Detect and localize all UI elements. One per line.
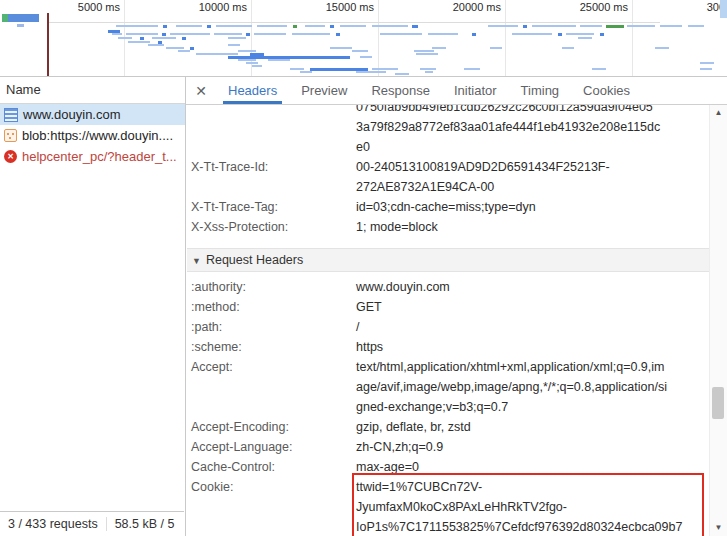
waterfall-bar <box>214 33 242 35</box>
request-row-helpcenter[interactable]: ✕ helpcenter_pc/?header_t... <box>0 146 185 167</box>
header-name: Accept-Encoding: <box>191 420 289 434</box>
waterfall-bar <box>336 33 340 36</box>
waterfall-bar <box>580 25 602 27</box>
waterfall-bar <box>118 37 132 39</box>
waterfall-bar <box>166 47 184 49</box>
request-row-blob[interactable]: blob:https://www.douyin.... <box>0 125 185 146</box>
header-value-line: IoP1s%7C1711553825%7Cefdcf976392d80324ec… <box>356 520 682 534</box>
waterfall-bar <box>432 47 446 49</box>
scroll-up-arrow-icon[interactable]: ▲ <box>710 106 727 120</box>
headers-content: 0750fab9bb49feb1cdb26292c26c0bf12a59da9f… <box>187 105 710 536</box>
header-value-line: 00-240513100819AD9D2D6591434F25213F- <box>356 160 610 174</box>
header-value-line: / <box>356 320 359 334</box>
waterfall-bar <box>416 53 438 55</box>
ruler-gridline <box>378 0 379 76</box>
waterfall-bar <box>688 25 704 27</box>
waterfall-bar <box>372 25 408 27</box>
header-value-line: gzip, deflate, br, zstd <box>356 420 471 434</box>
header-name: X-Tt-Trace-Id: <box>191 160 268 174</box>
devtools-network-panel: 5000 ms10000 ms15000 ms20000 ms25000 ms3… <box>0 0 727 536</box>
waterfall-bar <box>116 25 158 27</box>
waterfall-bar <box>268 59 290 61</box>
section-title: Request Headers <box>206 253 303 267</box>
error-icon: ✕ <box>4 150 17 163</box>
waterfall-bar <box>292 33 330 35</box>
ruler-tick-label: 5000 ms <box>30 1 120 13</box>
waterfall-bar <box>606 25 624 28</box>
scrollbar-thumb[interactable] <box>712 387 724 419</box>
waterfall-bar <box>464 68 480 70</box>
waterfall-bar <box>330 25 334 28</box>
waterfall-bar <box>523 25 527 28</box>
request-row-label: www.douyin.com <box>23 107 121 122</box>
request-details-pane: ✕ Headers Preview Response Initiator Tim… <box>186 77 727 536</box>
waterfall-bar <box>578 37 592 39</box>
document-icon <box>4 108 18 122</box>
scroll-down-arrow-icon[interactable]: ▼ <box>710 521 727 535</box>
request-headers-section-toggle[interactable]: ▼Request Headers <box>187 248 710 272</box>
tab-timing[interactable]: Timing <box>509 77 572 104</box>
header-value-line: text/html,application/xhtml+xml,applicat… <box>356 360 664 374</box>
vertical-scrollbar[interactable]: ▲ ▼ <box>709 105 727 536</box>
ruler-gridline <box>505 0 506 76</box>
tab-initiator[interactable]: Initiator <box>442 77 509 104</box>
waterfall-bar <box>655 47 669 49</box>
waterfall-bar <box>140 37 144 40</box>
tab-cookies[interactable]: Cookies <box>571 77 642 104</box>
waterfall-bar <box>257 25 287 27</box>
waterfall-bar <box>414 50 434 52</box>
tab-response[interactable]: Response <box>359 77 442 104</box>
waterfall-bar <box>162 33 166 36</box>
waterfall-bar <box>112 33 122 35</box>
detail-tabbar: ✕ Headers Preview Response Initiator Tim… <box>186 77 727 105</box>
waterfall-bar <box>152 37 176 39</box>
network-main-area: Name www.douyin.com blob:https://www.dou… <box>0 77 727 536</box>
name-column-header[interactable]: Name <box>0 77 185 104</box>
network-overview-strip[interactable]: 5000 ms10000 ms15000 ms20000 ms25000 ms3… <box>0 0 727 77</box>
waterfall-bar <box>128 41 150 43</box>
chevron-down-icon: ▼ <box>192 256 201 266</box>
header-name: :authority: <box>191 280 246 294</box>
close-icon[interactable]: ✕ <box>186 83 216 99</box>
waterfall-bar <box>395 73 409 75</box>
ruler-tick-label: 20000 ms <box>411 1 501 13</box>
header-value-line: 3a79f829a8772ef83aa01afe444f1eb41932e208… <box>356 120 660 134</box>
header-value-line: age/avif,image/webp,image/apng,*/*;q=0.8… <box>356 380 667 394</box>
header-value-line: max-age=0 <box>356 460 419 474</box>
header-name: :path: <box>191 320 222 334</box>
header-value-line: www.douyin.com <box>356 280 450 294</box>
request-row-douyin[interactable]: www.douyin.com <box>0 104 185 125</box>
network-summary-bar: 3 / 433 requests 58.5 kB / 5 <box>0 511 184 536</box>
header-name: Accept-Language: <box>191 440 292 454</box>
waterfall-bar <box>600 33 604 36</box>
header-value-line: zh-CN,zh;q=0.9 <box>356 440 443 454</box>
ruler-tick-label: 30000 ms <box>665 1 727 13</box>
waterfall-bar <box>196 53 238 55</box>
waterfall-bar <box>216 25 252 27</box>
header-value-line: 1; mode=block <box>356 220 438 234</box>
header-name: X-Tt-Trace-Tag: <box>191 200 278 214</box>
waterfall-bar <box>340 25 366 27</box>
waterfall-bar <box>17 24 24 27</box>
header-value-line: 0750fab9bb49feb1cdb26292c26c0bf12a59da9f… <box>356 105 653 114</box>
header-value-line: https <box>356 340 383 354</box>
waterfall-bar <box>627 25 655 27</box>
waterfall-bar <box>182 37 186 40</box>
waterfall-bar <box>8 14 39 22</box>
header-value-line: gned-exchange;v=b3;q=0.7 <box>356 400 508 414</box>
waterfall-bar <box>228 44 240 46</box>
waterfall-bar <box>700 62 714 64</box>
tab-preview[interactable]: Preview <box>289 77 359 104</box>
media-icon <box>4 129 17 142</box>
header-name: Accept: <box>191 360 233 374</box>
waterfall-bar <box>566 33 594 35</box>
header-name: :method: <box>191 300 240 314</box>
waterfall-bar <box>372 68 398 70</box>
waterfall-bar <box>488 25 518 27</box>
waterfall-bar <box>252 65 262 67</box>
waterfall-bar <box>207 25 211 28</box>
requests-count: 3 / 433 requests <box>0 517 106 531</box>
request-row-label: blob:https://www.douyin.... <box>22 128 173 143</box>
waterfall-bar <box>228 37 246 39</box>
tab-headers[interactable]: Headers <box>216 77 289 104</box>
